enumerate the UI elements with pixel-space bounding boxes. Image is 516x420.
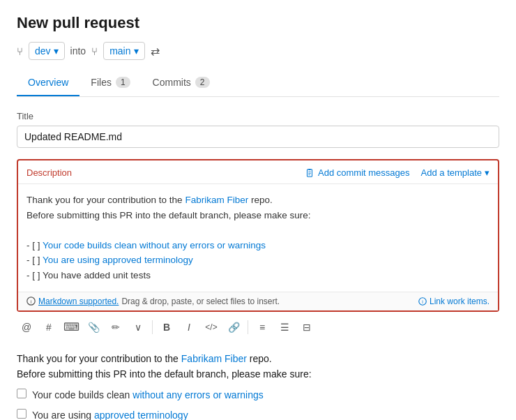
link-work-items-icon: i — [418, 297, 427, 306]
toolbar-divider-1 — [152, 320, 153, 334]
markdown-link[interactable]: Markdown supported. — [38, 297, 119, 306]
toolbar-divider-2 — [248, 320, 248, 334]
svg-text:i: i — [422, 299, 423, 304]
hashtag-button[interactable]: # — [39, 317, 59, 337]
drag-drop-label: Drag & drop, paste, or select files to i… — [121, 297, 280, 306]
add-commit-messages-button[interactable]: Add commit messages — [305, 167, 410, 178]
svg-rect-1 — [308, 168, 311, 170]
add-template-label: Add a template — [421, 167, 482, 178]
branch-selector: ⑂ dev ▾ into ⑂ main ▾ ⇄ — [17, 42, 499, 60]
title-section: Title — [17, 111, 499, 148]
branch-icon-source: ⑂ — [17, 45, 23, 57]
into-label: into — [70, 45, 86, 57]
unordered-list-button[interactable]: ≡ — [252, 317, 272, 337]
checklist-label-2: You are using approved terminology — [32, 407, 188, 420]
target-branch-chevron-icon: ▾ — [134, 45, 139, 57]
tab-commits-badge: 2 — [195, 77, 210, 88]
title-label: Title — [17, 111, 499, 121]
add-commit-messages-label: Add commit messages — [318, 167, 410, 178]
code-button[interactable]: </> — [202, 317, 221, 337]
attach-file-button[interactable]: 📎 — [84, 317, 103, 337]
description-textarea[interactable]: Thank you for your contribution to the F… — [18, 184, 498, 292]
ordered-list-button[interactable]: ☰ — [275, 317, 294, 337]
link-work-items-button[interactable]: i Link work items. — [418, 297, 490, 306]
preview-fabrikam-link[interactable]: Fabrikam Fiber — [181, 353, 247, 364]
add-template-chevron-icon: ▾ — [485, 167, 490, 178]
description-label: Description — [26, 167, 72, 178]
checklist-item-2: You are using approved terminology — [17, 407, 499, 420]
link-button[interactable]: 🔗 — [224, 317, 243, 337]
bold-button[interactable]: B — [157, 317, 176, 337]
tab-files[interactable]: Files 1 — [79, 71, 141, 96]
link-work-items-label: Link work items. — [430, 297, 490, 306]
source-branch-button[interactable]: dev ▾ — [29, 42, 65, 60]
info-icon: i — [26, 297, 36, 306]
code-snippet-button[interactable]: ⌨ — [61, 317, 81, 337]
tab-commits-label: Commits — [153, 77, 191, 88]
description-footer: i Markdown supported. Drag & drop, paste… — [18, 292, 498, 310]
tab-overview[interactable]: Overview — [17, 71, 79, 96]
checkbox-1[interactable] — [17, 389, 26, 398]
checkbox-2[interactable] — [17, 409, 26, 419]
tab-files-badge: 1 — [116, 77, 130, 88]
emoji-button[interactable]: ✏ — [106, 317, 126, 337]
tab-files-label: Files — [91, 77, 112, 88]
fabrikam-link[interactable]: Fabrikam Fiber — [185, 195, 248, 205]
clipboard-icon — [305, 168, 314, 178]
preview-section: Thank you for your contribution to the F… — [17, 351, 499, 420]
markdown-info: i Markdown supported. Drag & drop, paste… — [26, 297, 280, 306]
checklist-item-1: Your code builds clean without any error… — [17, 387, 499, 403]
tabs-bar: Overview Files 1 Commits 2 — [17, 71, 499, 97]
page-title: New pull request — [17, 14, 499, 32]
preview-line1: Thank you for your contribution to the F… — [17, 353, 272, 364]
desc-checklist-2: - [ ] You are using approved terminology — [26, 255, 193, 265]
desc-line2: Before submitting this PR into the defau… — [26, 210, 310, 220]
task-list-button[interactable]: ⊟ — [297, 317, 317, 337]
desc-line1: Thank you for your contribution to the F… — [26, 195, 273, 205]
more-button[interactable]: ∨ — [128, 317, 148, 337]
preview-line2: Before submitting this PR into the defau… — [17, 368, 312, 380]
desc-checklist-1: - [ ] Your code builds clean without any… — [26, 240, 266, 250]
add-template-button[interactable]: Add a template ▾ — [421, 167, 490, 178]
branch-icon-target: ⑂ — [91, 45, 98, 57]
checklist-label-1: Your code builds clean without any error… — [32, 387, 264, 403]
swap-branches-icon[interactable]: ⇄ — [151, 45, 160, 58]
tab-commits[interactable]: Commits 2 — [142, 71, 221, 96]
description-actions: Add commit messages Add a template ▾ — [305, 167, 490, 178]
title-input[interactable] — [17, 126, 499, 148]
desc-checklist-3: - [ ] You have added unit tests — [26, 270, 151, 280]
mention-button[interactable]: @ — [17, 317, 36, 337]
formatting-toolbar: @ # ⌨ 📎 ✏ ∨ B I </> 🔗 ≡ ☰ ⊟ — [17, 312, 499, 340]
source-branch-chevron-icon: ▾ — [54, 45, 59, 57]
target-branch-label: main — [109, 45, 130, 57]
svg-text:i: i — [31, 299, 32, 305]
tab-overview-label: Overview — [28, 77, 68, 88]
italic-button[interactable]: I — [179, 317, 199, 337]
source-branch-label: dev — [35, 45, 51, 57]
description-header: Description Add commit messages Add a te… — [18, 160, 498, 184]
preview-intro: Thank you for your contribution to the F… — [17, 351, 499, 382]
target-branch-button[interactable]: main ▾ — [103, 42, 144, 60]
preview-text: Thank you for your contribution to the F… — [17, 351, 499, 420]
description-section: Description Add commit messages Add a te… — [17, 159, 499, 312]
